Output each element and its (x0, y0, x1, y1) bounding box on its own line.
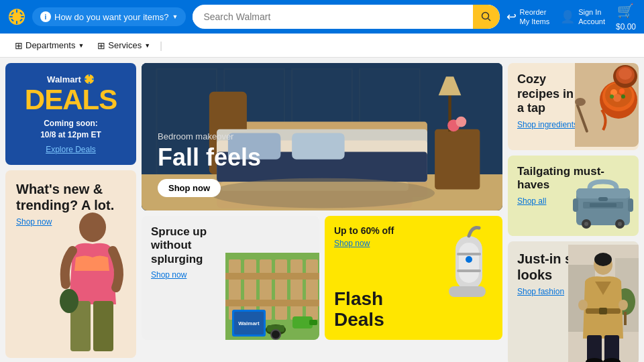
svg-rect-47 (290, 259, 303, 320)
chevron-down-icon: ▼ (78, 42, 84, 49)
fall-shop-now-button[interactable]: Shop now (158, 179, 221, 197)
svg-rect-61 (449, 286, 486, 297)
reorder-icon: ↩ (506, 9, 517, 24)
walmart-logo[interactable] (8, 8, 25, 25)
reorder-button[interactable]: ↩ Reorder My Items (506, 7, 550, 27)
svg-rect-12 (89, 74, 90, 76)
deals-coming-soon: Coming soon: 10/8 at 12pm ET (16, 118, 125, 141)
trending-card[interactable]: What's new & trending? A lot. Shop now (5, 170, 136, 358)
main-content: Walmart DEALS Coming soon: 10/8 at 12pm … (0, 58, 644, 362)
left-column: Walmart DEALS Coming soon: 10/8 at 12pm … (5, 63, 136, 362)
trending-link[interactable]: Shop now (16, 217, 125, 227)
svg-text:Walmart: Walmart (238, 320, 260, 326)
svg-rect-95 (624, 312, 627, 325)
cozy-food-image (575, 63, 639, 147)
deals-big-text: DEALS (16, 86, 125, 114)
account-label: Account (578, 17, 605, 26)
svg-rect-48 (306, 259, 318, 320)
svg-point-76 (619, 68, 632, 80)
nav-departments[interactable]: ⊞ Departments ▼ (9, 36, 89, 55)
trending-title: What's new & trending? A lot. (16, 181, 125, 213)
flash-big-title: Flash Deals (334, 289, 384, 330)
svg-rect-49 (225, 273, 319, 280)
svg-rect-46 (275, 259, 287, 320)
right-column: Cozy recipes in a tap Shop ingredients (508, 63, 639, 362)
header: i How do you want your items? ▼ ↩ Reorde… (0, 0, 644, 34)
svg-point-19 (60, 289, 78, 313)
svg-point-87 (584, 222, 588, 226)
cart-button[interactable]: 🛒 $0.00 (616, 3, 636, 32)
svg-point-100 (578, 300, 588, 310)
svg-rect-50 (225, 300, 319, 306)
cozy-title: Cozy recipes in a tap (517, 72, 579, 116)
deals-walmart-text: Walmart (16, 74, 125, 84)
cozy-recipes-card[interactable]: Cozy recipes in a tap Shop ingredients (508, 63, 639, 150)
search-input[interactable] (193, 11, 472, 22)
svg-rect-58 (309, 320, 317, 325)
cart-icon: 🛒 (617, 3, 634, 19)
nav-bar: ⊞ Departments ▼ ⊞ Services ▼ | (0, 34, 644, 58)
flash-deals-card[interactable]: Up to 60% off Shop now (325, 216, 502, 340)
deals-spark-icon (84, 74, 95, 84)
svg-rect-2 (16, 21, 17, 24)
reorder-label: Reorder (520, 7, 550, 17)
spruce-card[interactable]: Spruce up without splurging Shop now (142, 216, 319, 340)
deals-explore-link[interactable]: Explore Deals (16, 145, 125, 154)
vacuum-svg (442, 223, 496, 323)
deals-date: 10/8 at 12pm ET (40, 130, 101, 139)
departments-label: Departments (25, 40, 75, 50)
walmart-spark-icon (8, 8, 25, 25)
svg-point-72 (610, 95, 614, 99)
vacuum-image (442, 223, 496, 323)
svg-rect-81 (598, 197, 608, 201)
svg-point-56 (271, 330, 280, 339)
fall-hero-card[interactable]: Bedroom makeover Fall feels Shop now (142, 63, 502, 210)
svg-rect-15 (92, 78, 94, 80)
chevron-down-icon-services: ▼ (144, 42, 150, 49)
cart-total: $0.00 (616, 22, 636, 32)
svg-point-89 (618, 222, 622, 226)
svg-rect-99 (599, 308, 607, 314)
services-label: Services (108, 40, 142, 50)
svg-rect-3 (9, 16, 13, 17)
spruce-garden-image: Walmart (225, 253, 319, 340)
search-button[interactable] (473, 5, 500, 29)
svg-rect-64 (457, 269, 481, 272)
person-seasonal-svg (568, 245, 639, 362)
svg-rect-1 (16, 9, 17, 13)
svg-point-73 (621, 95, 625, 99)
fall-hero-subtitle: Bedroom makeover (158, 131, 486, 141)
tailgate-card[interactable]: Tailgating must-haves Shop all (508, 156, 639, 236)
sign-in-label: Sign In (578, 7, 605, 17)
nav-services[interactable]: ⊞ Services ▼ (92, 36, 156, 55)
account-icon: 👤 (560, 9, 575, 24)
svg-point-78 (575, 98, 586, 106)
info-icon: i (40, 11, 51, 22)
deals-coming-soon-label: Coming soon: (44, 119, 98, 128)
header-actions: ↩ Reorder My Items 👤 Sign In Account 🛒 $… (506, 3, 636, 32)
center-bottom-row: Spruce up without splurging Shop now (142, 216, 502, 340)
svg-rect-4 (21, 16, 24, 17)
food-svg (575, 63, 639, 147)
garden-tools-svg: Walmart (225, 253, 319, 340)
seasonal-looks-card[interactable]: Just-in seasonal looks Shop fashion (508, 241, 639, 362)
svg-point-70 (619, 88, 625, 94)
svg-point-62 (466, 256, 472, 263)
svg-point-97 (594, 253, 612, 266)
deals-card[interactable]: Walmart DEALS Coming soon: 10/8 at 12pm … (5, 63, 136, 165)
how-to-shop-button[interactable]: i How do you want your items? ▼ (32, 7, 186, 26)
services-grid-icon: ⊞ (97, 40, 105, 51)
svg-rect-63 (457, 253, 481, 255)
svg-rect-85 (628, 198, 633, 212)
center-column: Bedroom makeover Fall feels Shop now Spr… (142, 63, 502, 362)
account-button[interactable]: 👤 Sign In Account (560, 7, 605, 27)
svg-rect-83 (590, 203, 616, 207)
svg-point-38 (456, 117, 467, 127)
svg-rect-84 (573, 198, 578, 212)
fall-hero-title: Fall feels (158, 144, 486, 171)
nav-divider: | (158, 40, 164, 51)
how-to-shop-label: How do you want your items? (54, 12, 169, 22)
seasonal-person-image (568, 245, 639, 362)
svg-rect-18 (93, 301, 113, 351)
search-bar[interactable] (193, 5, 499, 29)
